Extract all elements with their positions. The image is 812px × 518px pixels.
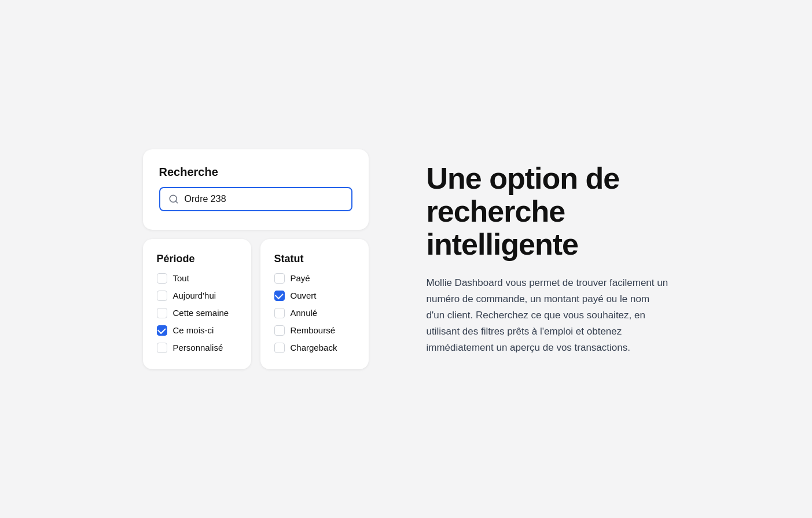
search-input[interactable]: [185, 194, 343, 204]
periode-checkbox-cettesemaine[interactable]: [157, 308, 167, 318]
statut-checkbox-list: Payé Ouvert Annulé Rembour: [274, 273, 355, 353]
left-panel: Recherche Période Tout: [143, 149, 369, 369]
main-heading: Une option de recherche intelligente: [427, 162, 670, 262]
periode-label-cettesemaine: Cette semaine: [173, 308, 229, 318]
statut-label-paye: Payé: [291, 273, 310, 283]
statut-label-annule: Annulé: [291, 308, 318, 318]
page-container: Recherche Période Tout: [0, 149, 812, 369]
periode-item-aujourdhui[interactable]: Aujourd'hui: [157, 291, 237, 301]
right-panel: Une option de recherche intelligente Mol…: [427, 162, 670, 357]
periode-checkbox-list: Tout Aujourd'hui Cette semaine: [157, 273, 237, 353]
filters-row: Période Tout Aujourd'hui Cet: [143, 239, 369, 369]
description-text: Mollie Dashboard vous permet de trouver …: [427, 275, 670, 356]
periode-label-cemoisci: Ce mois-ci: [173, 325, 214, 335]
periode-checkbox-personnalise[interactable]: [157, 343, 167, 353]
periode-item-tout[interactable]: Tout: [157, 273, 237, 284]
statut-checkbox-rembourse[interactable]: [274, 325, 285, 336]
statut-item-chargeback[interactable]: Chargeback: [274, 343, 355, 353]
search-icon: [168, 194, 179, 204]
statut-label-rembourse: Remboursé: [291, 325, 336, 335]
statut-label-chargeback: Chargeback: [291, 343, 337, 352]
periode-item-cemoisci[interactable]: Ce mois-ci: [157, 325, 237, 336]
search-input-wrapper[interactable]: [159, 187, 352, 211]
statut-title: Statut: [274, 253, 355, 265]
periode-checkbox-aujourdhui[interactable]: [157, 291, 167, 301]
statut-label-ouvert: Ouvert: [291, 291, 317, 300]
periode-label-personnalise: Personnalisé: [173, 343, 223, 352]
statut-checkbox-paye[interactable]: [274, 273, 285, 284]
statut-item-ouvert[interactable]: Ouvert: [274, 291, 355, 301]
statut-item-annule[interactable]: Annulé: [274, 308, 355, 318]
periode-item-cettesemaine[interactable]: Cette semaine: [157, 308, 237, 318]
statut-card: Statut Payé Ouvert Annulé: [260, 239, 369, 369]
periode-item-personnalise[interactable]: Personnalisé: [157, 343, 237, 353]
periode-checkbox-tout[interactable]: [157, 273, 167, 284]
statut-item-rembourse[interactable]: Remboursé: [274, 325, 355, 336]
search-card: Recherche: [143, 149, 369, 230]
periode-checkbox-cemoisci[interactable]: [157, 325, 167, 336]
statut-checkbox-chargeback[interactable]: [274, 343, 285, 353]
periode-label-aujourdhui: Aujourd'hui: [173, 291, 216, 300]
periode-title: Période: [157, 253, 237, 265]
search-card-title: Recherche: [159, 166, 352, 179]
statut-item-paye[interactable]: Payé: [274, 273, 355, 284]
statut-checkbox-ouvert[interactable]: [274, 291, 285, 301]
periode-label-tout: Tout: [173, 273, 189, 283]
statut-checkbox-annule[interactable]: [274, 308, 285, 318]
svg-line-1: [175, 201, 177, 203]
periode-card: Période Tout Aujourd'hui Cet: [143, 239, 251, 369]
